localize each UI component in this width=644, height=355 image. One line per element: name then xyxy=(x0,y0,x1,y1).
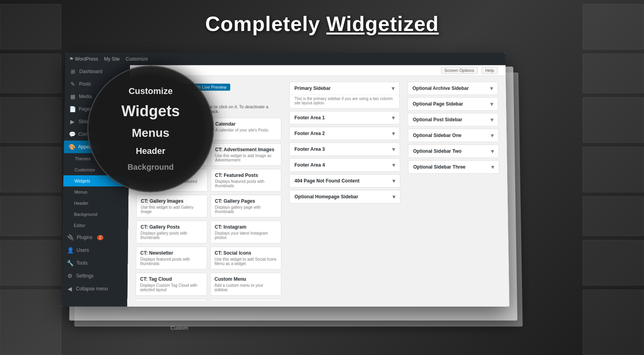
sidebar-item-themes-label: Themes xyxy=(75,156,91,161)
widget-ct-newsletter-title: CT: Newsletter xyxy=(140,250,203,256)
widget-custom-menu[interactable]: Custom Menu Add a custom menu to your si… xyxy=(210,272,281,296)
widgets-far-right-panel: Optional Archive Sidebar ▾ Optional Page… xyxy=(407,82,501,301)
sidebar-two-title: Optional Sidebar Two xyxy=(413,148,461,154)
sidebar-one-arrow: ▾ xyxy=(491,132,493,138)
widget-ct-gallery-posts[interactable]: CT: Gallery Posts Displays gallery posts… xyxy=(136,221,207,243)
sidebar-page-title: Optional Page Sidebar xyxy=(413,101,463,107)
screen-options-bar: Screen Options Help xyxy=(130,65,506,76)
appearance-icon: 🎨 xyxy=(69,144,75,150)
sidebar-item-posts-label: Posts xyxy=(79,81,91,87)
sidebar-footer-4-header[interactable]: Footer Area 4 ▾ xyxy=(290,159,400,171)
sidebar-footer-3-arrow: ▾ xyxy=(392,146,395,152)
sidebar-footer-2-arrow: ▾ xyxy=(392,130,395,137)
sidebar-one: Optional Sidebar One ▾ xyxy=(408,129,499,142)
widget-ct-gallery-images[interactable]: CT: Gallery Images Use this widget to ad… xyxy=(136,195,207,217)
plugins-icon: 🔌 xyxy=(67,234,74,240)
sidebar-item-menus[interactable]: Menus xyxy=(63,186,129,198)
sidebar-item-header-label: Header xyxy=(74,201,88,205)
sidebar-404-header[interactable]: 404 Page Not Found Content ▾ xyxy=(290,175,400,187)
widget-ct-instagram-title: CT: Instagram xyxy=(215,224,277,230)
sidebar-page-arrow: ▾ xyxy=(490,101,493,107)
sidebar-404: 404 Page Not Found Content ▾ xyxy=(289,174,400,188)
widget-ct-featured-posts-title: CT: Featured Posts xyxy=(215,173,277,178)
widget-ct-social-icons[interactable]: CT: Social Icons Use this widget to add … xyxy=(210,247,281,270)
widget-ct-advertisement-title: CT: Advertisement Images xyxy=(215,147,277,152)
sidebar-one-title: Optional Sidebar One xyxy=(413,132,461,138)
bottom-custom-area: Custom xyxy=(170,324,188,331)
sidebar-primary-title: Primary Sidebar xyxy=(294,86,331,91)
help-button[interactable]: Help xyxy=(482,67,498,74)
page-title-area: Completely Widgetized xyxy=(0,12,644,36)
circle-overlay: Customize Widgets Menus Header Backgroun… xyxy=(87,65,214,192)
widget-ct-social-icons-desc: Use this widget to add Social Icons Menu… xyxy=(214,257,277,266)
admin-bar-site: My Site xyxy=(104,56,120,62)
sidebar-primary: Primary Sidebar ▾ This is the primary si… xyxy=(289,82,400,109)
circle-item-customize: Customize xyxy=(128,86,172,96)
sidebar-post-header[interactable]: Optional Post Sidebar ▾ xyxy=(408,113,498,126)
pages-icon: 📄 xyxy=(69,106,76,112)
sidebar-footer-2-title: Footer Area 2 xyxy=(294,130,325,136)
circle-item-background: Background xyxy=(128,163,174,172)
sidebar-item-settings-label: Settings xyxy=(76,273,94,278)
widget-ct-featured-posts-desc: Displays featured posts with thumbnails xyxy=(215,179,277,188)
sidebar-item-media-label: Media xyxy=(79,94,92,99)
sidebar-post-title: Optional Post Sidebar xyxy=(413,117,462,123)
sidebar-footer-4-title: Footer Area 4 xyxy=(294,162,325,168)
sidebar-item-users[interactable]: 👤 Users xyxy=(62,244,128,257)
sidebar-three: Optional Sidebar Three ▾ xyxy=(408,160,499,174)
widget-ct-gallery-pages-title: CT: Gallery Pages xyxy=(215,198,277,204)
sidebar-post-arrow: ▾ xyxy=(491,117,493,123)
sidebar-footer-3-header[interactable]: Footer Area 3 ▾ xyxy=(290,143,400,155)
sidebar-one-header[interactable]: Optional Sidebar One ▾ xyxy=(408,129,499,142)
sidebar-archive-header[interactable]: Optional Archive Sidebar ▾ xyxy=(408,82,498,95)
widget-ct-newsletter[interactable]: CT: Newsletter Displays featured posts w… xyxy=(136,247,207,270)
sidebar-item-customize-label: Customize xyxy=(75,167,95,172)
sidebar-404-arrow: ▾ xyxy=(392,178,395,184)
widget-ct-tag-cloud[interactable]: CT: Tag Cloud Displays Custom Tag Cloud … xyxy=(136,272,207,296)
widget-ct-featured-posts[interactable]: CT: Featured Posts Displays featured pos… xyxy=(210,169,281,192)
circle-item-menus: Menus xyxy=(132,126,169,140)
sidebar-homepage: Optional Homepage Sidebar ▾ xyxy=(289,190,401,203)
sidebar-homepage-header[interactable]: Optional Homepage Sidebar ▾ xyxy=(290,190,400,203)
sidebar-footer-3: Footer Area 3 ▾ xyxy=(289,142,400,156)
sidebar-three-arrow: ▾ xyxy=(491,164,494,170)
sidebar-item-tools[interactable]: 🔧 Tools xyxy=(62,257,128,269)
sidebar-footer-1-title: Footer Area 1 xyxy=(294,115,325,121)
page-title: Completely Widgetized xyxy=(0,12,644,36)
widget-ct-advertisement[interactable]: CT: Advertisement Images Use this widget… xyxy=(211,143,281,166)
widget-ct-instagram-desc: Displays your latest Instagram photos xyxy=(215,231,277,240)
sidebar-item-header[interactable]: Header xyxy=(63,198,129,209)
widget-ct-instagram[interactable]: CT: Instagram Displays your latest Insta… xyxy=(210,221,281,243)
users-icon: 👤 xyxy=(67,247,73,253)
widget-ct-tag-cloud-desc: Displays Custom Tag Cloud with selected … xyxy=(140,283,203,292)
widget-pages-1[interactable]: Pages xyxy=(210,299,281,300)
widget-ct-tag-cloud-title: CT: Tag Cloud xyxy=(140,276,203,282)
widget-ct-gallery-pages-desc: Displays gallery page with thumbnails xyxy=(215,205,277,214)
widget-meta-1[interactable]: Meta xyxy=(136,299,207,300)
sidebar-post: Optional Post Sidebar ▾ xyxy=(408,113,499,127)
sidebar-item-menus-label: Menus xyxy=(74,190,87,194)
settings-icon: ⚙ xyxy=(67,272,73,279)
sidebar-three-header[interactable]: Optional Sidebar Three ▾ xyxy=(409,161,499,173)
sidebar-item-plugins[interactable]: 🔌 Plugins 2 xyxy=(62,231,128,244)
sidebar-item-editor[interactable]: Editor xyxy=(63,220,128,231)
sidebar-primary-desc: This is the primary sidebar if you are u… xyxy=(290,94,399,108)
sidebar-primary-header[interactable]: Primary Sidebar ▾ xyxy=(290,82,399,95)
sidebar-two-header[interactable]: Optional Sidebar Two ▾ xyxy=(408,145,499,157)
sidebar-footer-1-header[interactable]: Footer Area 1 ▾ xyxy=(290,111,399,124)
widget-ct-newsletter-desc: Displays featured posts with thumbnails xyxy=(140,257,203,266)
sidebar-404-title: 404 Page Not Found Content xyxy=(294,178,359,184)
sidebar-footer-2-header[interactable]: Footer Area 2 ▾ xyxy=(290,127,399,140)
sidebar-homepage-arrow: ▾ xyxy=(392,194,395,200)
sidebar-three-title: Optional Sidebar Three xyxy=(413,164,466,170)
admin-bar-customize: Customize xyxy=(126,56,148,62)
widget-ct-gallery-pages[interactable]: CT: Gallery Pages Displays gallery page … xyxy=(210,195,281,217)
sidebar-page-header[interactable]: Optional Page Sidebar ▾ xyxy=(408,98,498,110)
sidebar-item-collapse[interactable]: ◀ Collapse menu xyxy=(61,282,128,296)
sidebar-item-background[interactable]: Background xyxy=(63,209,128,220)
widget-calendar[interactable]: Calendar A calendar of your site's Posts… xyxy=(211,118,281,140)
dashboard-icon: ⊞ xyxy=(70,68,76,75)
sidebar-item-settings[interactable]: ⚙ Settings xyxy=(62,269,128,282)
sidebar-primary-arrow: ▾ xyxy=(392,85,394,92)
screen-options-button[interactable]: Screen Options xyxy=(441,67,478,74)
